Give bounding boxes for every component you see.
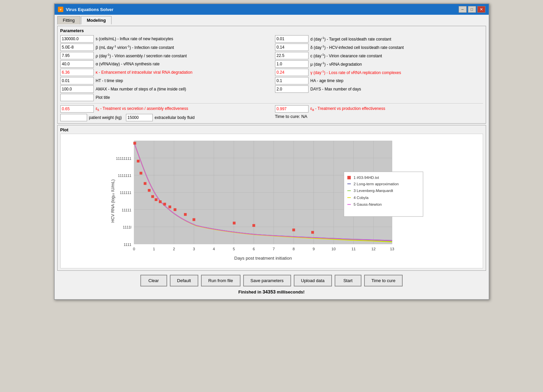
input-s[interactable]	[60, 35, 94, 43]
titlebar-left: V Virus Equations Solver	[58, 7, 114, 12]
label-plot-title: Plot title	[96, 95, 110, 100]
svg-text:8: 8	[292, 247, 294, 251]
label-alpha: α (vRNA/day) - vRNA synthesis rate	[96, 62, 160, 66]
input-beta[interactable]	[60, 44, 94, 51]
svg-rect-61	[292, 228, 295, 231]
start-button[interactable]: Start	[335, 275, 361, 286]
svg-rect-54	[163, 203, 166, 205]
run-from-file-button[interactable]: Run from file	[201, 275, 241, 286]
input-plot-title[interactable]	[60, 94, 94, 101]
svg-text:11111111: 11111111	[116, 157, 131, 160]
chart-svg: 1111 1111l 11111 111111 1111111 11111111…	[104, 137, 439, 265]
maximize-button[interactable]: □	[468, 6, 476, 13]
param-row-amax: AMAX - Max number of steps of a (time in…	[60, 85, 268, 93]
close-button[interactable]: ✕	[477, 6, 485, 13]
svg-text:7: 7	[273, 247, 275, 251]
input-c[interactable]	[275, 52, 309, 59]
svg-rect-47	[137, 160, 139, 162]
plot-panel: Plot	[57, 125, 486, 271]
svg-rect-64	[347, 176, 350, 179]
window-controls: – □ ✕	[459, 6, 485, 13]
svg-text:3: 3	[193, 247, 195, 251]
svg-rect-59	[232, 222, 235, 224]
window-content: Fitting Modeling Parameters s (cells/mL)…	[55, 15, 489, 299]
main-window: V Virus Equations Solver – □ ✕ Fitting M…	[54, 3, 489, 300]
label-eps-s: εs - Treatment vs secretion / assembly e…	[96, 106, 188, 112]
svg-text:13: 13	[390, 247, 394, 251]
svg-rect-50	[148, 189, 150, 192]
label-eps-a: εa - Treatment vs production effectivene…	[311, 106, 385, 112]
save-parameters-button[interactable]: Save parameters	[243, 275, 291, 286]
params-grid: s (cells/mL) - Influx rate of new hepato…	[60, 35, 483, 101]
svg-text:5 Gauss-Newton: 5 Gauss-Newton	[353, 202, 382, 206]
param-row-eps-s: εs - Treatment vs secretion / assembly e…	[60, 105, 268, 113]
label-ha: HA - age time step	[311, 78, 344, 83]
input-weight[interactable]	[60, 114, 87, 121]
svg-text:HCV RNA (log₁₀ IU/mL): HCV RNA (log₁₀ IU/mL)	[110, 179, 115, 222]
svg-text:3 Levenberg-Marquardt: 3 Levenberg-Marquardt	[353, 189, 393, 193]
tab-modeling[interactable]: Modeling	[81, 16, 112, 24]
clear-button[interactable]: Clear	[140, 275, 167, 286]
plot-container: 1111 1111l 11111 111111 1111111 11111111…	[60, 134, 483, 268]
svg-rect-57	[184, 213, 187, 216]
input-rho[interactable]	[60, 52, 94, 59]
params-left-col: s (cells/mL) - Influx rate of new hepato…	[60, 35, 268, 101]
input-ht[interactable]	[60, 77, 94, 84]
time-to-cure-button[interactable]: Time to cure	[364, 275, 403, 286]
input-amax[interactable]	[60, 85, 94, 93]
svg-text:2: 2	[173, 247, 175, 251]
label-ht: HT - t time step	[96, 78, 123, 83]
input-extracellular[interactable]	[126, 114, 153, 121]
param-row-beta: β (mL day-1 virion-1) - Infection rate c…	[60, 44, 268, 51]
input-days[interactable]	[275, 85, 309, 93]
svg-text:5: 5	[232, 247, 234, 251]
svg-rect-51	[151, 195, 154, 198]
param-row-time-to-cure-display: Time to cure: NA	[275, 114, 483, 119]
parameters-panel: Parameters s (cells/mL) - Influx rate of…	[57, 26, 486, 124]
svg-text:1111l: 1111l	[123, 225, 131, 229]
svg-text:12: 12	[371, 247, 376, 251]
param-row-days: DAYS - Max number of days	[275, 85, 483, 93]
param-row-weight: patient weight (kg) extracellular body f…	[60, 114, 268, 121]
tab-bar: Fitting Modeling	[57, 16, 486, 24]
extra-left: εs - Treatment vs secretion / assembly e…	[60, 105, 268, 121]
upload-data-button[interactable]: Upload data	[294, 275, 332, 286]
input-alpha[interactable]	[60, 60, 94, 68]
input-eps-a[interactable]	[275, 105, 309, 113]
svg-text:4 Cobyla: 4 Cobyla	[353, 196, 368, 200]
label-mu: μ (day-1) - vRNA degradation	[311, 61, 362, 67]
tab-fitting[interactable]: Fitting	[57, 16, 80, 24]
time-to-cure-text: Time to cure: NA	[275, 114, 308, 119]
input-kappa[interactable]	[60, 69, 94, 76]
label-amax: AMAX - Max number of steps of a (time in…	[96, 87, 186, 91]
svg-rect-53	[159, 200, 161, 203]
minimize-button[interactable]: –	[459, 6, 467, 13]
app-icon: V	[58, 7, 63, 12]
input-eps-s[interactable]	[60, 105, 94, 113]
svg-text:11: 11	[351, 247, 356, 251]
extra-params: εs - Treatment vs secretion / assembly e…	[60, 103, 483, 121]
extra-right: εa - Treatment vs production effectivene…	[275, 105, 483, 121]
svg-rect-55	[168, 205, 171, 208]
param-row-eps-a: εa - Treatment vs production effectivene…	[275, 105, 483, 113]
default-button[interactable]: Default	[170, 275, 198, 286]
params-right-col: d (day-1) - Target cell loss/death rate …	[275, 35, 483, 101]
svg-text:11111: 11111	[122, 208, 131, 212]
input-delta[interactable]	[275, 44, 309, 51]
svg-rect-49	[143, 182, 146, 185]
input-mu[interactable]	[275, 60, 309, 68]
label-kappa: κ - Enhancement of intracellular viral R…	[96, 70, 193, 75]
window-title: Virus Equations Solver	[66, 7, 114, 12]
input-d[interactable]	[275, 35, 309, 43]
svg-rect-58	[192, 218, 195, 221]
input-ha[interactable]	[275, 77, 309, 84]
label-days: DAYS - Max number of days	[311, 87, 361, 91]
param-row-kappa: κ - Enhancement of intracellular viral R…	[60, 69, 268, 76]
param-row-ht: HT - t time step	[60, 77, 268, 84]
label-delta: δ (day-1) - HCV-infected cell loss/death…	[311, 45, 404, 50]
svg-text:1111: 1111	[124, 243, 131, 247]
input-gamma[interactable]	[275, 69, 309, 76]
status-time: 34353	[263, 289, 276, 295]
label-extracellular: extracellular body fluid	[155, 115, 195, 120]
label-d: d (day-1) - Target cell loss/death rate …	[311, 36, 391, 42]
